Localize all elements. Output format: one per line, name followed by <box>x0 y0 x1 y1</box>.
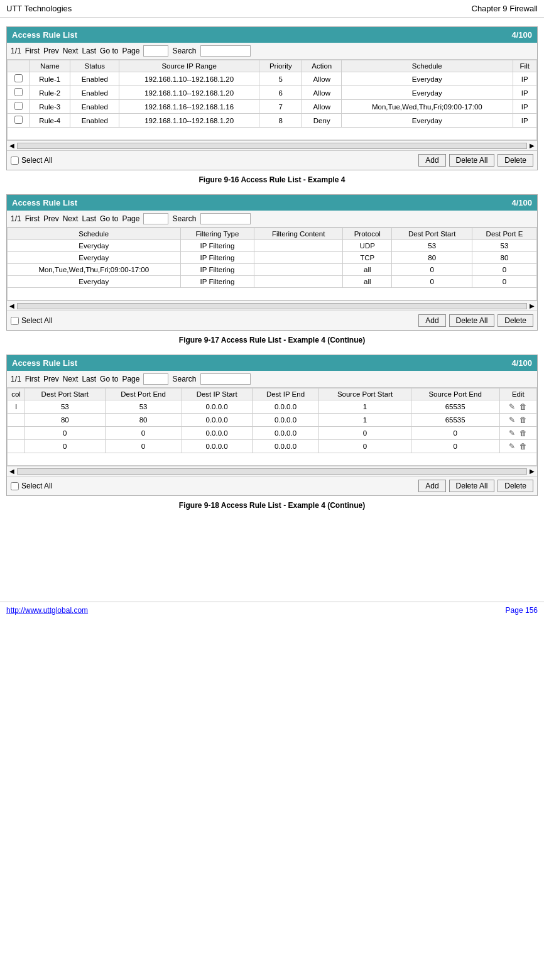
f3r3-dest-port-end: 0 <box>105 427 182 440</box>
figure2-delete-button[interactable]: Delete <box>498 314 533 327</box>
f1r3-name: Rule-3 <box>30 100 70 114</box>
f3r4-src-port-end: 0 <box>411 440 499 453</box>
edit-icon[interactable]: ✎ <box>509 416 515 424</box>
figure3-add-button[interactable]: Add <box>418 480 445 492</box>
f1r1-filt: IP <box>513 72 536 86</box>
row4-check[interactable] <box>14 116 23 124</box>
scroll-track[interactable] <box>17 303 527 309</box>
figure2-count: 4/100 <box>511 198 532 207</box>
scroll-track[interactable] <box>17 468 527 475</box>
figure1-delete-button[interactable]: Delete <box>498 154 533 167</box>
figure2-caption: Figure 9-17 Access Rule List - Example 4… <box>6 336 538 344</box>
figure2-title: Access Rule List <box>12 198 77 207</box>
delete-icon[interactable]: 🗑 <box>520 402 527 411</box>
edit-icon[interactable]: ✎ <box>509 429 515 438</box>
f1r4-source: 192.168.1.10--192.168.1.20 <box>119 114 259 128</box>
scroll-right-icon[interactable]: ▶ <box>530 468 535 475</box>
f1r2-action: Allow <box>302 86 342 100</box>
figure3-select-all-checkbox[interactable] <box>11 482 19 490</box>
f2r3-dest-end: 0 <box>472 264 536 276</box>
figure2-select-all-checkbox[interactable] <box>11 317 19 325</box>
f3r2-dest-ip-start: 0.0.0.0 <box>182 414 252 427</box>
figure1-table-container: Access Rule List 4/100 1/1 First Prev Ne… <box>6 26 538 170</box>
figure3-scrollbar[interactable]: ◀ ▶ <box>7 466 537 476</box>
f3-col-dest-ip-start: Dest IP Start <box>182 388 252 400</box>
chapter-title: Chapter 9 Firewall <box>472 4 538 13</box>
figure1-page-info: 1/1 <box>11 47 21 55</box>
figure3-prev-btn[interactable]: Prev <box>43 375 59 383</box>
f2r1-dest-start: 53 <box>392 240 472 252</box>
figure1-first-btn[interactable]: First <box>25 47 40 55</box>
figure2-scrollbar[interactable]: ◀ ▶ <box>7 300 537 311</box>
row1-check[interactable] <box>14 74 23 82</box>
figure2-section: Access Rule List 4/100 1/1 First Prev Ne… <box>6 194 538 344</box>
f3r1-edit-cell: ✎ 🗑 <box>499 400 536 414</box>
figure1-next-btn[interactable]: Next <box>63 47 79 55</box>
f3r1-src-port-start: 1 <box>319 400 411 414</box>
f2r2-content <box>254 252 343 264</box>
f3r4-dest-ip-start: 0.0.0.0 <box>182 440 252 453</box>
figure1-prev-btn[interactable]: Prev <box>43 47 59 55</box>
figure1-col-action: Action <box>302 60 342 72</box>
figure1-select-all-checkbox[interactable] <box>11 157 19 165</box>
edit-icon[interactable]: ✎ <box>509 442 515 451</box>
footer-url[interactable]: http://www.uttglobal.com <box>6 606 88 615</box>
figure1-last-btn[interactable]: Last <box>82 47 96 55</box>
scroll-right-icon[interactable]: ▶ <box>530 302 535 309</box>
figure3-page-input[interactable] <box>143 373 168 385</box>
figure1-select-all-area: Select All <box>11 156 52 165</box>
scroll-right-icon[interactable]: ▶ <box>530 142 535 149</box>
figure2-delete-all-button[interactable]: Delete All <box>449 314 495 327</box>
figure1-scrollbar[interactable]: ◀ ▶ <box>7 140 537 151</box>
scroll-left-icon[interactable]: ◀ <box>9 302 14 309</box>
figure2-add-button[interactable]: Add <box>418 314 445 327</box>
figure2-next-btn[interactable]: Next <box>63 214 79 223</box>
table-row: Rule-3 Enabled 192.168.1.16--192.168.1.1… <box>8 100 537 114</box>
figure2-first-btn[interactable]: First <box>25 214 40 223</box>
scroll-track[interactable] <box>17 143 527 149</box>
figure2-last-btn[interactable]: Last <box>82 214 96 223</box>
figure1-page-input[interactable] <box>143 45 168 57</box>
figure3-first-btn[interactable]: First <box>25 375 40 383</box>
f2r2-schedule: Everyday <box>8 252 181 264</box>
delete-icon[interactable]: 🗑 <box>520 416 527 424</box>
figure2-prev-btn[interactable]: Prev <box>43 214 59 223</box>
figure3-footer: Select All Add Delete All Delete <box>7 476 537 495</box>
f3r3-col <box>8 427 25 440</box>
figure1-delete-all-button[interactable]: Delete All <box>449 154 495 167</box>
row3-check[interactable] <box>14 102 23 110</box>
scroll-left-icon[interactable]: ◀ <box>9 468 14 475</box>
table-row: Rule-4 Enabled 192.168.1.10--192.168.1.2… <box>8 114 537 128</box>
row2-check[interactable] <box>14 88 23 96</box>
f1r3-filt: IP <box>513 100 536 114</box>
f1r3-source: 192.168.1.16--192.168.1.16 <box>119 100 259 114</box>
f1r2-filt: IP <box>513 86 536 100</box>
figure3-last-btn[interactable]: Last <box>82 375 96 383</box>
figure1-col-status: Status <box>70 60 119 72</box>
figure3-next-btn[interactable]: Next <box>63 375 79 383</box>
figure1-select-all-label: Select All <box>21 156 52 165</box>
delete-icon[interactable]: 🗑 <box>520 429 527 438</box>
f1r2-name: Rule-2 <box>30 86 70 100</box>
figure2-page-input[interactable] <box>143 213 168 224</box>
figure2-search-input[interactable] <box>200 213 251 224</box>
scroll-left-icon[interactable]: ◀ <box>9 142 14 149</box>
figure3-search-input[interactable] <box>200 373 251 385</box>
f1r4-name: Rule-4 <box>30 114 70 128</box>
figure1-page-label: Page <box>122 47 139 55</box>
table-row <box>8 288 537 300</box>
f2r3-protocol: all <box>343 264 392 276</box>
figure1-add-button[interactable]: Add <box>418 154 445 167</box>
empty-space <box>0 520 544 595</box>
edit-icon[interactable]: ✎ <box>509 402 515 411</box>
f3-col-dest-port-end: Dest Port End <box>105 388 182 400</box>
figure3-delete-all-button[interactable]: Delete All <box>449 480 495 492</box>
f2-col-filtering-content: Filtering Content <box>254 228 343 240</box>
figure2-select-all-label: Select All <box>21 316 52 325</box>
figure1-search-input[interactable] <box>200 45 251 57</box>
figure3-search-label: Search <box>172 375 196 383</box>
f3-col-col: col <box>8 388 25 400</box>
f2r4-type: IP Filtering <box>180 276 254 288</box>
figure3-delete-button[interactable]: Delete <box>498 480 533 492</box>
delete-icon[interactable]: 🗑 <box>520 442 527 451</box>
